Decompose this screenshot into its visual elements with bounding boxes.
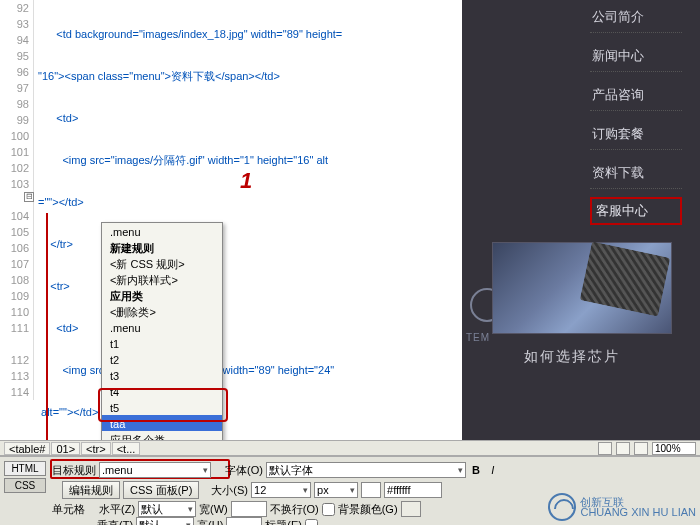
h-field[interactable] bbox=[226, 517, 262, 525]
nav-item[interactable]: 产品咨询 bbox=[590, 80, 682, 111]
preview-tem-label: TEM bbox=[466, 332, 490, 343]
css-panel-button[interactable]: CSS 面板(P) bbox=[123, 481, 199, 499]
w-field[interactable] bbox=[231, 501, 267, 517]
annotation-1: 1 bbox=[240, 168, 252, 194]
preview-nav: 公司简介 新闻中心 产品咨询 订购套餐 资料下载 客服中心 bbox=[590, 2, 682, 233]
menu-item[interactable]: t1 bbox=[102, 335, 222, 351]
preview-caption: 如何选择芯片 bbox=[524, 348, 620, 366]
size-label: 大小(S) bbox=[211, 483, 248, 498]
hdr-label: 标题(E) bbox=[265, 518, 302, 526]
italic-button[interactable]: I bbox=[486, 464, 500, 476]
font-label: 字体(O) bbox=[225, 463, 263, 478]
menu-item[interactable]: t3 bbox=[102, 367, 222, 383]
target-rule-dropdown[interactable]: .menu bbox=[99, 462, 211, 478]
hw-label: 水平(Z) bbox=[99, 502, 135, 517]
crumb-item[interactable]: <table# bbox=[4, 442, 50, 455]
menu-item-new-rule[interactable]: 新建规则 bbox=[102, 239, 222, 255]
nav-item[interactable]: 公司简介 bbox=[590, 2, 682, 33]
fold-icon[interactable]: ⊟ bbox=[24, 192, 34, 202]
v-dropdown[interactable]: 默认 bbox=[136, 517, 194, 525]
crumb-item[interactable]: <t... bbox=[112, 442, 141, 455]
zoom-field[interactable]: 100% bbox=[652, 442, 696, 455]
nav-item[interactable]: 资料下载 bbox=[590, 158, 682, 189]
h-label: 高(H) bbox=[197, 518, 223, 526]
watermark-logo-icon bbox=[548, 493, 576, 521]
nowrap-label: 不换行(O) bbox=[270, 502, 319, 517]
tool-icon[interactable] bbox=[616, 442, 630, 455]
tab-css[interactable]: CSS bbox=[4, 478, 46, 493]
menu-item[interactable]: .menu bbox=[102, 319, 222, 335]
menu-item[interactable]: .menu bbox=[102, 223, 222, 239]
color-swatch[interactable] bbox=[361, 482, 381, 498]
cell-label: 单元格 bbox=[52, 502, 85, 517]
bg-swatch[interactable] bbox=[401, 501, 421, 517]
preview-pane: 公司简介 新闻中心 产品咨询 订购套餐 资料下载 客服中心 2 TEM 如何选择… bbox=[462, 0, 700, 440]
v-label: 垂直(T) bbox=[97, 518, 133, 526]
size-dropdown[interactable]: 12 bbox=[251, 482, 311, 498]
annotation-arrow bbox=[46, 213, 48, 440]
annotation-box bbox=[98, 388, 228, 422]
nav-item[interactable]: 新闻中心 bbox=[590, 41, 682, 72]
nav-item-active[interactable]: 客服中心 bbox=[590, 197, 682, 225]
menu-item[interactable]: <新内联样式> bbox=[102, 271, 222, 287]
target-rule-label: 目标规则 bbox=[52, 463, 96, 478]
hdr-checkbox[interactable] bbox=[305, 519, 318, 526]
nowrap-checkbox[interactable] bbox=[322, 503, 335, 516]
tab-html[interactable]: HTML bbox=[4, 461, 46, 476]
menu-item-multi[interactable]: 应用多个类... bbox=[102, 431, 222, 440]
watermark: 创新互联CHUANG XIN HU LIAN bbox=[548, 493, 696, 521]
menu-item-apply-class[interactable]: 应用类 bbox=[102, 287, 222, 303]
size-unit-dropdown[interactable]: px bbox=[314, 482, 358, 498]
font-dropdown[interactable]: 默认字体 bbox=[266, 462, 466, 478]
color-field[interactable]: #ffffff bbox=[384, 482, 442, 498]
bold-button[interactable]: B bbox=[469, 464, 483, 476]
crumb-item[interactable]: <tr> bbox=[81, 442, 111, 455]
w-label: 宽(W) bbox=[199, 502, 228, 517]
tool-icon[interactable] bbox=[634, 442, 648, 455]
menu-item[interactable]: <新 CSS 规则> bbox=[102, 255, 222, 271]
hw-dropdown[interactable]: 默认 bbox=[138, 501, 196, 517]
nav-item[interactable]: 订购套餐 bbox=[590, 119, 682, 150]
menu-item[interactable]: <删除类> bbox=[102, 303, 222, 319]
tool-icon[interactable] bbox=[598, 442, 612, 455]
preview-image bbox=[492, 242, 672, 334]
tag-breadcrumb[interactable]: <table#01><tr><t... 100% bbox=[0, 440, 700, 456]
bg-label: 背景颜色(G) bbox=[338, 502, 398, 517]
menu-item[interactable]: t2 bbox=[102, 351, 222, 367]
crumb-item[interactable]: 01> bbox=[51, 442, 80, 455]
code-editor[interactable]: 9293949596979899100101102103104105106107… bbox=[0, 0, 462, 440]
edit-rule-button[interactable]: 编辑规则 bbox=[62, 481, 120, 499]
